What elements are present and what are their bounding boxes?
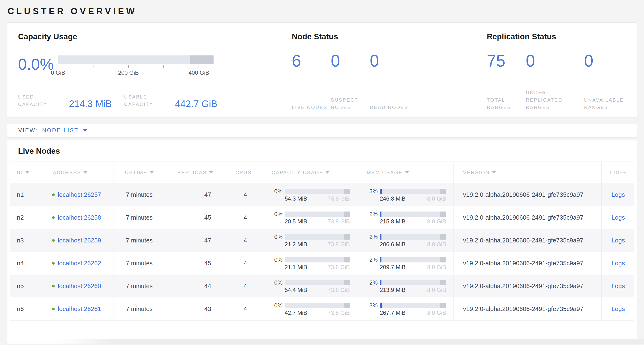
node-replicas-cell: 47 bbox=[165, 229, 225, 252]
mem-usage-fill bbox=[380, 257, 382, 262]
node-capacity-usage-cell: 0% 21.2 MiB 73.8 GiB bbox=[262, 229, 357, 252]
axis-tick bbox=[163, 65, 164, 68]
node-address-link[interactable]: localhost:26258 bbox=[58, 214, 101, 221]
sort-desc-icon bbox=[492, 171, 496, 174]
replication-status-title: Replication Status bbox=[487, 32, 644, 41]
node-version-cell: v19.2.0-alpha.20190606-2491-gfe735c9a97 bbox=[453, 229, 602, 252]
sort-desc-icon bbox=[326, 171, 329, 174]
node-capacity-usage-cell: 0% 20.5 MiB 73.8 GiB bbox=[262, 206, 357, 229]
under-replicated-ranges-label: UNDER-REPLICATED RANGES bbox=[526, 89, 584, 111]
capacity-usage-meter: 0% 42.7 MiB 73.8 GiB bbox=[269, 302, 350, 316]
live-status-dot-icon bbox=[52, 285, 55, 287]
node-address-link[interactable]: localhost:26260 bbox=[58, 282, 101, 290]
node-uptime: 7 minutes bbox=[126, 191, 153, 198]
usable-capacity-value: 442.7 GiB bbox=[175, 99, 217, 109]
table-body: n1 localhost:26257 7 minutes 47 4 0% 54.… bbox=[10, 183, 634, 320]
node-logs-link[interactable]: Logs bbox=[612, 305, 625, 313]
node-replicas: 47 bbox=[204, 191, 211, 198]
node-cpus-cell: 4 bbox=[225, 183, 262, 206]
live-nodes-title: Live Nodes bbox=[7, 140, 637, 162]
suspect-nodes-value: 0 bbox=[331, 53, 370, 69]
mem-usage-percent: 2% bbox=[364, 256, 378, 263]
capacity-total-value: 73.8 GiB bbox=[328, 264, 350, 270]
node-uptime-cell: 7 minutes bbox=[113, 206, 165, 229]
column-header-id[interactable]: ID bbox=[10, 162, 42, 183]
mem-used-value: 267.7 MiB bbox=[380, 310, 406, 316]
under-replicated-ranges-stat: 0 UNDER-REPLICATED RANGES bbox=[526, 53, 584, 111]
capacity-usage-meter: 0% 21.2 MiB 73.8 GiB bbox=[269, 234, 350, 247]
column-header-version[interactable]: VERSION bbox=[453, 162, 602, 183]
column-header-label: VERSION bbox=[463, 170, 490, 175]
capacity-usage-percent: 0% bbox=[269, 234, 282, 240]
mem-usage-percent: 2% bbox=[364, 234, 378, 240]
node-address-link[interactable]: localhost:26259 bbox=[58, 237, 101, 244]
capacity-usage-track bbox=[285, 303, 350, 308]
node-mem-usage-cell: 3% 246.8 MiB 8.0 GiB bbox=[357, 183, 453, 206]
node-mem-usage-cell: 3% 267.7 MiB 8.0 GiB bbox=[357, 297, 453, 320]
unavailable-ranges-stat: 0 UNAVAILABLE RANGES bbox=[584, 53, 644, 111]
replication-status-stats: 75 TOTAL RANGES 0 UNDER-REPLICATED RANGE… bbox=[487, 53, 644, 111]
column-header-address[interactable]: ADDRESS bbox=[42, 162, 113, 183]
node-logs-cell: Logs bbox=[602, 183, 635, 206]
used-capacity-value: 214.3 MiB bbox=[69, 99, 112, 109]
mem-usage-fill bbox=[380, 211, 382, 217]
column-header-label: ID bbox=[17, 170, 23, 175]
node-version-cell: v19.2.0-alpha.20190606-2491-gfe735c9a97 bbox=[453, 252, 602, 274]
mem-usage-values: 213.9 MiB 8.0 GiB bbox=[380, 287, 446, 293]
node-id-cell: n4 bbox=[10, 252, 42, 274]
mem-total-value: 8.0 GiB bbox=[427, 287, 446, 293]
mem-used-value: 209.7 MiB bbox=[380, 264, 406, 270]
node-address-link[interactable]: localhost:26262 bbox=[58, 260, 101, 267]
node-logs-link[interactable]: Logs bbox=[612, 237, 625, 244]
mem-usage-reserved bbox=[440, 257, 446, 262]
column-header-capacity-usage[interactable]: CAPACITY USAGE bbox=[262, 162, 357, 183]
capacity-usage-chart: 0.0% 0 GiB200 GiB400 GiB bbox=[18, 55, 281, 78]
mem-usage-reserved bbox=[440, 303, 446, 308]
capacity-usage-percent: 0% bbox=[269, 211, 282, 217]
node-cpus-cell: 4 bbox=[225, 252, 262, 274]
sort-desc-icon bbox=[405, 171, 409, 174]
sort-desc-icon bbox=[84, 171, 87, 174]
mem-usage-meter: 3% 246.8 MiB 8.0 GiB bbox=[364, 188, 446, 202]
mem-usage-meter: 3% 267.7 MiB 8.0 GiB bbox=[364, 302, 446, 316]
node-logs-link[interactable]: Logs bbox=[612, 260, 625, 267]
node-cpus-cell: 4 bbox=[225, 274, 262, 297]
mem-usage-meter: 2% 215.8 MiB 8.0 GiB bbox=[364, 211, 446, 224]
column-header-replicas[interactable]: REPLICAS bbox=[165, 162, 225, 183]
page-title: CLUSTER OVERVIEW bbox=[7, 0, 637, 22]
capacity-usage-values: 21.1 MiB 73.8 GiB bbox=[285, 264, 350, 270]
node-address-link[interactable]: localhost:26257 bbox=[58, 191, 101, 198]
mem-usage-fill bbox=[380, 189, 382, 194]
node-logs-cell: Logs bbox=[602, 206, 635, 229]
node-uptime-cell: 7 minutes bbox=[113, 229, 165, 252]
node-address-cell: localhost:26262 bbox=[42, 252, 113, 274]
node-version: v19.2.0-alpha.20190606-2491-gfe735c9a97 bbox=[463, 305, 583, 313]
node-logs-link[interactable]: Logs bbox=[612, 282, 625, 290]
capacity-usage-meter: 0% 54.3 MiB 73.8 GiB bbox=[269, 188, 350, 202]
capacity-bar-axis: 0 GiB200 GiB400 GiB bbox=[58, 65, 214, 78]
node-mem-usage-cell: 2% 215.8 MiB 8.0 GiB bbox=[357, 206, 453, 229]
node-replicas: 43 bbox=[204, 305, 211, 313]
mem-total-value: 8.0 GiB bbox=[427, 310, 446, 316]
node-address-link[interactable]: localhost:26261 bbox=[58, 305, 101, 313]
dead-nodes-label: DEAD NODES bbox=[370, 104, 409, 111]
column-header-uptime[interactable]: UPTIME bbox=[113, 162, 165, 183]
capacity-usage-track bbox=[285, 234, 350, 240]
live-nodes-label: LIVE NODES bbox=[292, 104, 331, 111]
node-logs-link[interactable]: Logs bbox=[612, 214, 625, 221]
total-ranges-value: 75 bbox=[487, 53, 526, 69]
axis-tick: 0 GiB bbox=[58, 65, 58, 68]
capacity-usage-track bbox=[285, 280, 350, 285]
node-logs-link[interactable]: Logs bbox=[612, 191, 625, 198]
capacity-bar: 0 GiB200 GiB400 GiB bbox=[58, 55, 214, 78]
column-header-label: CAPACITY USAGE bbox=[272, 170, 323, 175]
node-address-cell: localhost:26258 bbox=[42, 206, 113, 229]
node-id: n1 bbox=[17, 191, 24, 198]
total-ranges-label: TOTAL RANGES bbox=[487, 96, 526, 111]
node-status-stats: 6 LIVE NODES 0 SUSPECT NODES 0 DEAD NODE… bbox=[292, 53, 476, 111]
view-dropdown[interactable]: NODE LIST bbox=[42, 127, 87, 134]
node-replicas-cell: 47 bbox=[165, 183, 225, 206]
capacity-used-value: 42.7 MiB bbox=[285, 310, 307, 316]
column-header-mem-usage[interactable]: MEM USAGE bbox=[357, 162, 453, 183]
live-nodes-table: IDADDRESSUPTIMEREPLICASCPUSCAPACITY USAG… bbox=[10, 162, 634, 320]
